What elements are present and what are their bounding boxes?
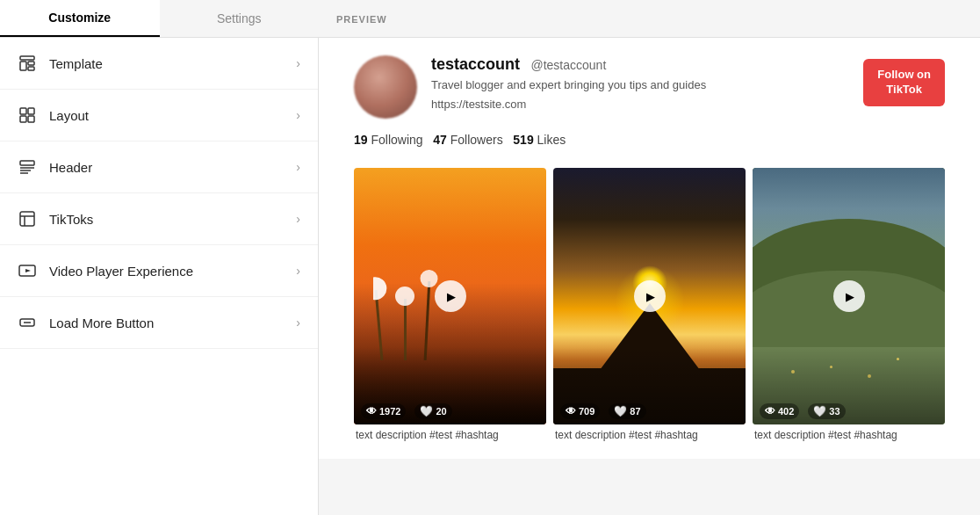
svg-rect-4 bbox=[20, 108, 26, 114]
svg-rect-8 bbox=[20, 161, 34, 165]
video-thumbnail-3: ▶ 👁 402 🤍 33 bbox=[753, 168, 945, 424]
header-icon bbox=[18, 157, 37, 177]
avatar bbox=[354, 55, 417, 119]
chevron-right-icon: › bbox=[296, 56, 300, 70]
sidebar-label-video-player: Video Player Experience bbox=[49, 264, 296, 279]
svg-rect-2 bbox=[28, 62, 34, 65]
stats-row: 19 Following 47 Followers 519 Likes bbox=[336, 133, 962, 161]
chevron-right-icon: › bbox=[296, 264, 300, 278]
tab-settings[interactable]: Settings bbox=[160, 0, 320, 37]
sidebar-label-tiktoks: TikToks bbox=[49, 212, 296, 227]
video-stats-1: 👁 1972 🤍 20 bbox=[354, 403, 546, 419]
template-icon bbox=[18, 54, 37, 73]
sidebar-label-layout: Layout bbox=[49, 108, 296, 123]
sidebar-item-layout[interactable]: Layout › bbox=[0, 90, 318, 141]
sidebar-item-template[interactable]: Template › bbox=[0, 38, 318, 90]
profile-website: https://testsite.com bbox=[431, 97, 849, 112]
tabs-container: Customize Settings bbox=[0, 0, 319, 38]
chevron-right-icon: › bbox=[296, 212, 300, 226]
profile-bio: Travel blogger and expert bringing you t… bbox=[431, 77, 849, 93]
preview-label: PREVIEW bbox=[319, 5, 405, 32]
sidebar-label-header: Header bbox=[49, 160, 296, 175]
video-stats-3: 👁 402 🤍 33 bbox=[753, 403, 945, 419]
profile-name-row: testaccount @testaccount bbox=[431, 55, 849, 74]
svg-rect-0 bbox=[20, 56, 34, 60]
chevron-right-icon: › bbox=[296, 160, 300, 174]
video-icon bbox=[18, 261, 37, 280]
sidebar: Template › Layout › bbox=[0, 38, 319, 515]
sidebar-label-template: Template bbox=[49, 56, 296, 71]
svg-rect-6 bbox=[20, 116, 26, 122]
video-card-2[interactable]: ▶ 👁 709 🤍 87 bbox=[553, 168, 746, 441]
svg-rect-12 bbox=[20, 212, 34, 226]
svg-rect-7 bbox=[28, 116, 34, 122]
video-views-1: 1972 bbox=[379, 406, 400, 417]
profile-info: testaccount @testaccount Travel blogger … bbox=[431, 55, 849, 112]
layout-icon bbox=[18, 105, 37, 125]
svg-rect-3 bbox=[28, 67, 34, 70]
profile-section: testaccount @testaccount Travel blogger … bbox=[336, 38, 962, 133]
tab-customize[interactable]: Customize bbox=[0, 0, 160, 37]
video-grid: ▶ 👁 1972 🤍 20 bbox=[336, 161, 962, 441]
profile-handle: @testaccount bbox=[530, 58, 606, 72]
video-card-1[interactable]: ▶ 👁 1972 🤍 20 bbox=[354, 168, 546, 441]
sidebar-item-video-player[interactable]: Video Player Experience › bbox=[0, 245, 318, 297]
video-views-3: 402 bbox=[778, 406, 794, 417]
chevron-right-icon: › bbox=[296, 108, 300, 122]
sidebar-item-header[interactable]: Header › bbox=[0, 141, 318, 193]
video-views-2: 709 bbox=[579, 406, 594, 417]
video-thumbnail-1: ▶ 👁 1972 🤍 20 bbox=[354, 168, 546, 424]
video-card-3[interactable]: ▶ 👁 402 🤍 33 bbox=[753, 168, 945, 441]
profile-username: testaccount bbox=[431, 55, 520, 73]
svg-rect-5 bbox=[28, 108, 34, 114]
video-description-3: text description #test #hashtag bbox=[753, 429, 945, 441]
loadmore-icon bbox=[18, 313, 37, 332]
chevron-right-icon: › bbox=[296, 316, 300, 330]
follow-tiktok-button[interactable]: Follow on TikTok bbox=[863, 59, 945, 106]
video-likes-1: 20 bbox=[436, 406, 446, 417]
sidebar-item-load-more[interactable]: Load More Button › bbox=[0, 297, 318, 349]
video-stats-2: 👁 709 🤍 87 bbox=[553, 403, 746, 419]
tiktoks-icon bbox=[18, 209, 37, 228]
video-likes-2: 87 bbox=[630, 406, 640, 417]
video-thumbnail-2: ▶ 👁 709 🤍 87 bbox=[553, 168, 746, 424]
video-likes-3: 33 bbox=[829, 406, 839, 417]
svg-rect-1 bbox=[20, 62, 26, 70]
video-description-1: text description #test #hashtag bbox=[354, 429, 546, 441]
preview-area: testaccount @testaccount Travel blogger … bbox=[319, 38, 980, 515]
sidebar-item-tiktoks[interactable]: TikToks › bbox=[0, 193, 318, 245]
preview-content: testaccount @testaccount Travel blogger … bbox=[319, 38, 980, 459]
video-description-2: text description #test #hashtag bbox=[553, 429, 746, 441]
sidebar-label-load-more: Load More Button bbox=[49, 316, 296, 330]
